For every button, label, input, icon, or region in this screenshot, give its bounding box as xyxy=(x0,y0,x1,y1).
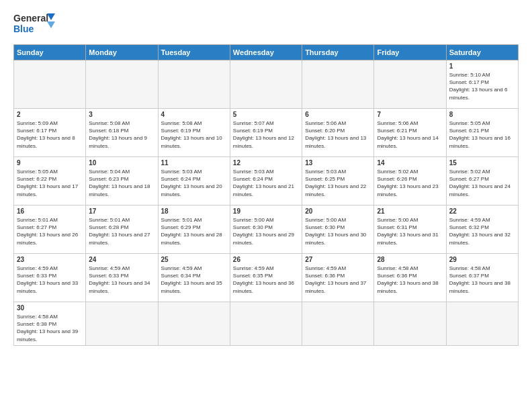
calendar-cell xyxy=(86,302,158,346)
weekday-tuesday: Tuesday xyxy=(158,45,230,60)
day-number: 1 xyxy=(449,62,515,70)
day-number: 21 xyxy=(377,208,443,215)
calendar-cell: 20Sunrise: 5:00 AM Sunset: 6:30 PM Dayli… xyxy=(302,205,374,254)
weekday-sunday: Sunday xyxy=(14,45,86,60)
calendar-cell: 14Sunrise: 5:02 AM Sunset: 6:26 PM Dayli… xyxy=(374,157,446,205)
header: GeneralBlue xyxy=(13,11,519,39)
weekday-header-row: SundayMondayTuesdayWednesdayThursdayFrid… xyxy=(14,45,519,60)
calendar-cell: 22Sunrise: 4:59 AM Sunset: 6:32 PM Dayli… xyxy=(446,205,518,254)
week-row-6: 30Sunrise: 4:58 AM Sunset: 6:38 PM Dayli… xyxy=(14,302,519,346)
calendar-cell: 11Sunrise: 5:03 AM Sunset: 6:24 PM Dayli… xyxy=(158,157,230,205)
calendar-cell xyxy=(446,302,518,346)
weekday-saturday: Saturday xyxy=(446,45,518,60)
calendar-cell: 13Sunrise: 5:03 AM Sunset: 6:25 PM Dayli… xyxy=(302,157,374,205)
calendar-cell: 21Sunrise: 5:00 AM Sunset: 6:31 PM Dayli… xyxy=(374,205,446,254)
calendar-cell xyxy=(158,302,230,346)
calendar-cell: 17Sunrise: 5:01 AM Sunset: 6:28 PM Dayli… xyxy=(86,205,158,254)
calendar-cell: 8Sunrise: 5:05 AM Sunset: 6:21 PM Daylig… xyxy=(446,109,518,157)
calendar-cell: 3Sunrise: 5:08 AM Sunset: 6:18 PM Daylig… xyxy=(86,109,158,157)
weekday-thursday: Thursday xyxy=(302,45,374,60)
day-number: 8 xyxy=(449,111,515,118)
day-info: Sunrise: 5:03 AM Sunset: 6:25 PM Dayligh… xyxy=(305,168,371,198)
day-info: Sunrise: 4:59 AM Sunset: 6:34 PM Dayligh… xyxy=(161,265,227,295)
calendar-cell: 1Sunrise: 5:10 AM Sunset: 6:17 PM Daylig… xyxy=(446,60,518,109)
svg-text:Blue: Blue xyxy=(13,24,34,34)
week-row-2: 2Sunrise: 5:09 AM Sunset: 6:17 PM Daylig… xyxy=(14,109,519,157)
day-info: Sunrise: 5:05 AM Sunset: 6:21 PM Dayligh… xyxy=(449,120,515,150)
calendar-cell: 12Sunrise: 5:03 AM Sunset: 6:24 PM Dayli… xyxy=(230,157,302,205)
day-number: 17 xyxy=(89,208,154,215)
weekday-wednesday: Wednesday xyxy=(230,45,302,60)
day-info: Sunrise: 4:59 AM Sunset: 6:33 PM Dayligh… xyxy=(17,265,83,295)
day-info: Sunrise: 4:58 AM Sunset: 6:37 PM Dayligh… xyxy=(449,265,515,295)
day-info: Sunrise: 5:02 AM Sunset: 6:27 PM Dayligh… xyxy=(449,168,515,198)
calendar-cell: 18Sunrise: 5:01 AM Sunset: 6:29 PM Dayli… xyxy=(158,205,230,254)
day-number: 12 xyxy=(233,159,299,167)
calendar-cell xyxy=(374,302,446,346)
calendar-cell: 9Sunrise: 5:05 AM Sunset: 6:22 PM Daylig… xyxy=(14,157,86,205)
day-info: Sunrise: 5:09 AM Sunset: 6:17 PM Dayligh… xyxy=(17,120,83,150)
calendar-cell: 7Sunrise: 5:06 AM Sunset: 6:21 PM Daylig… xyxy=(374,109,446,157)
day-number: 10 xyxy=(89,159,154,167)
day-info: Sunrise: 4:59 AM Sunset: 6:35 PM Dayligh… xyxy=(233,265,299,295)
day-number: 16 xyxy=(17,208,83,215)
week-row-1: 1Sunrise: 5:10 AM Sunset: 6:17 PM Daylig… xyxy=(14,60,519,109)
day-number: 5 xyxy=(233,111,299,118)
day-info: Sunrise: 5:00 AM Sunset: 6:30 PM Dayligh… xyxy=(233,216,299,246)
day-info: Sunrise: 4:59 AM Sunset: 6:33 PM Dayligh… xyxy=(89,265,154,295)
day-number: 7 xyxy=(377,111,443,118)
day-info: Sunrise: 5:03 AM Sunset: 6:24 PM Dayligh… xyxy=(161,168,227,198)
day-number: 22 xyxy=(449,208,515,215)
day-number: 18 xyxy=(161,208,227,215)
day-number: 3 xyxy=(89,111,154,118)
day-number: 26 xyxy=(233,256,299,263)
weekday-friday: Friday xyxy=(374,45,446,60)
calendar-cell xyxy=(230,60,302,109)
calendar-cell: 4Sunrise: 5:08 AM Sunset: 6:19 PM Daylig… xyxy=(158,109,230,157)
day-number: 6 xyxy=(305,111,371,118)
day-info: Sunrise: 4:59 AM Sunset: 6:36 PM Dayligh… xyxy=(305,265,371,295)
day-number: 23 xyxy=(17,256,83,263)
calendar-table: SundayMondayTuesdayWednesdayThursdayFrid… xyxy=(13,44,519,346)
day-number: 9 xyxy=(17,159,83,167)
calendar-cell: 19Sunrise: 5:00 AM Sunset: 6:30 PM Dayli… xyxy=(230,205,302,254)
svg-text:General: General xyxy=(13,13,48,24)
logo: GeneralBlue xyxy=(13,11,57,39)
calendar-cell xyxy=(230,302,302,346)
day-number: 20 xyxy=(305,208,371,215)
day-number: 13 xyxy=(305,159,371,167)
calendar-cell: 26Sunrise: 4:59 AM Sunset: 6:35 PM Dayli… xyxy=(230,254,302,302)
calendar-cell: 29Sunrise: 4:58 AM Sunset: 6:37 PM Dayli… xyxy=(446,254,518,302)
calendar-cell: 15Sunrise: 5:02 AM Sunset: 6:27 PM Dayli… xyxy=(446,157,518,205)
calendar-cell xyxy=(374,60,446,109)
day-number: 14 xyxy=(377,159,443,167)
day-info: Sunrise: 5:04 AM Sunset: 6:23 PM Dayligh… xyxy=(89,168,154,198)
page: GeneralBlue SundayMondayTuesdayWednesday… xyxy=(0,0,532,411)
day-info: Sunrise: 5:00 AM Sunset: 6:30 PM Dayligh… xyxy=(305,216,371,246)
calendar-cell: 6Sunrise: 5:06 AM Sunset: 6:20 PM Daylig… xyxy=(302,109,374,157)
day-info: Sunrise: 5:01 AM Sunset: 6:28 PM Dayligh… xyxy=(89,216,154,246)
day-number: 4 xyxy=(161,111,227,118)
calendar-cell: 27Sunrise: 4:59 AM Sunset: 6:36 PM Dayli… xyxy=(302,254,374,302)
day-number: 30 xyxy=(17,304,83,312)
calendar-cell xyxy=(302,302,374,346)
calendar-cell xyxy=(86,60,158,109)
calendar-cell: 24Sunrise: 4:59 AM Sunset: 6:33 PM Dayli… xyxy=(86,254,158,302)
day-number: 25 xyxy=(161,256,227,263)
day-number: 11 xyxy=(161,159,227,167)
calendar-cell: 25Sunrise: 4:59 AM Sunset: 6:34 PM Dayli… xyxy=(158,254,230,302)
calendar-cell xyxy=(158,60,230,109)
svg-marker-3 xyxy=(47,21,55,28)
calendar-cell: 30Sunrise: 4:58 AM Sunset: 6:38 PM Dayli… xyxy=(14,302,86,346)
week-row-5: 23Sunrise: 4:59 AM Sunset: 6:33 PM Dayli… xyxy=(14,254,519,302)
day-number: 15 xyxy=(449,159,515,167)
week-row-4: 16Sunrise: 5:01 AM Sunset: 6:27 PM Dayli… xyxy=(14,205,519,254)
day-info: Sunrise: 5:01 AM Sunset: 6:27 PM Dayligh… xyxy=(17,216,83,246)
day-info: Sunrise: 5:07 AM Sunset: 6:19 PM Dayligh… xyxy=(233,120,299,150)
logo-svg: GeneralBlue xyxy=(13,11,57,39)
calendar-cell xyxy=(302,60,374,109)
day-info: Sunrise: 5:00 AM Sunset: 6:31 PM Dayligh… xyxy=(377,216,443,246)
day-info: Sunrise: 4:59 AM Sunset: 6:32 PM Dayligh… xyxy=(449,216,515,246)
day-number: 29 xyxy=(449,256,515,263)
day-number: 2 xyxy=(17,111,83,118)
